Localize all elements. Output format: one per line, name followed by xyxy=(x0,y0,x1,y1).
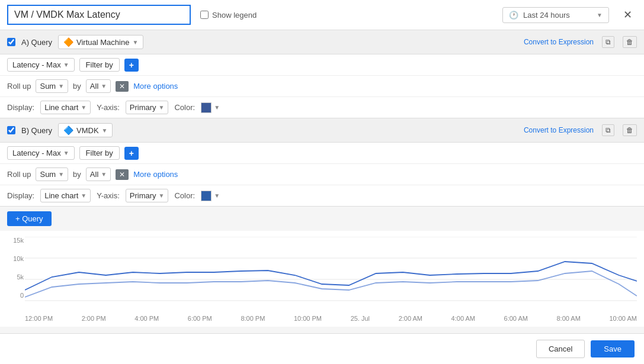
chart-container: 15k 10k 5k 0 12:00 PM xyxy=(0,231,644,327)
query-a-add-button[interactable]: + xyxy=(124,59,139,72)
query-a-label: A) Query xyxy=(21,38,52,47)
query-a-more-options[interactable]: More options xyxy=(133,82,178,91)
time-range-text: Last 24 hours xyxy=(523,11,592,20)
query-a-resource-dropdown[interactable]: 🔶 Virtual Machine ▼ xyxy=(58,35,143,49)
query-a-delete-button[interactable]: 🗑 xyxy=(623,36,637,48)
x-label-1000am: 10:00 AM xyxy=(609,315,636,322)
time-selector[interactable]: 🕐 Last 24 hours ▼ xyxy=(502,7,609,23)
query-a-sum-dropdown[interactable]: Sum ▼ xyxy=(36,79,68,93)
query-b-clear-button[interactable]: ✕ xyxy=(116,169,129,180)
x-label-600pm: 6:00 PM xyxy=(188,315,212,322)
query-b-resource-text: VMDK xyxy=(76,126,99,135)
x-label-400am: 4:00 AM xyxy=(451,315,475,322)
query-b-resource-chevron: ▼ xyxy=(102,127,108,134)
query-b-header: B) Query 🔷 VMDK ▼ Convert to Expression … xyxy=(0,118,644,143)
query-a-all-text: All xyxy=(90,82,98,91)
query-a-convert-link[interactable]: Convert to Expression xyxy=(524,38,594,46)
query-b-sum-dropdown[interactable]: Sum ▼ xyxy=(36,167,68,181)
query-a-checkbox[interactable] xyxy=(7,38,15,46)
show-legend-checkbox[interactable] xyxy=(200,11,209,19)
query-a-rollup-label: Roll up xyxy=(7,82,31,91)
query-b-checkbox[interactable] xyxy=(7,126,15,134)
query-a-all-chevron: ▼ xyxy=(101,83,107,89)
clock-icon: 🕐 xyxy=(509,11,518,20)
query-a-all-dropdown[interactable]: All ▼ xyxy=(86,79,111,93)
x-axis-labels: 12:00 PM 2:00 PM 4:00 PM 6:00 PM 8:00 PM… xyxy=(7,315,637,322)
query-a-yaxis-dropdown[interactable]: Primary ▼ xyxy=(126,101,169,114)
add-query-button[interactable]: + Query xyxy=(7,211,52,226)
query-a-copy-button[interactable]: ⧉ xyxy=(602,36,614,48)
query-a-sum-text: Sum xyxy=(40,82,56,91)
close-button[interactable]: ✕ xyxy=(619,6,637,24)
query-a-resource-chevron: ▼ xyxy=(132,39,138,46)
x-label-600am: 6:00 AM xyxy=(504,315,528,322)
query-b-metric-dropdown[interactable]: Latency - Max ▼ xyxy=(7,146,75,160)
query-b-block: B) Query 🔷 VMDK ▼ Convert to Expression … xyxy=(0,118,644,207)
query-b-yaxis-dropdown[interactable]: Primary ▼ xyxy=(126,189,169,202)
y-label-5k: 5k xyxy=(7,273,24,281)
query-b-copy-button[interactable]: ⧉ xyxy=(602,124,614,136)
query-b-chart-chevron: ▼ xyxy=(81,192,86,199)
x-label-800pm: 8:00 PM xyxy=(241,315,265,322)
chart-line-a xyxy=(25,262,637,290)
query-b-display-row: Display: Line chart ▼ Y-axis: Primary ▼ … xyxy=(0,185,644,206)
query-a-chart-type-dropdown[interactable]: Line chart ▼ xyxy=(40,101,91,114)
save-button[interactable]: Save xyxy=(591,340,635,357)
show-legend-label: Show legend xyxy=(200,11,257,20)
query-b-convert-link[interactable]: Convert to Expression xyxy=(524,126,594,134)
query-b-rollup-label: Roll up xyxy=(7,170,31,179)
main-container: Show legend 🕐 Last 24 hours ▼ ✕ A) Query… xyxy=(0,0,644,364)
y-axis-labels: 15k 10k 5k 0 xyxy=(7,237,24,299)
query-a-rollup-row: Roll up Sum ▼ by All ▼ ✕ More options xyxy=(0,76,644,97)
query-b-resource-dropdown[interactable]: 🔷 VMDK ▼ xyxy=(58,123,113,137)
vmdk-icon: 🔷 xyxy=(63,125,73,135)
query-a-metric-dropdown[interactable]: Latency - Max ▼ xyxy=(7,58,75,72)
query-a-display-label: Display: xyxy=(7,103,34,112)
query-a-display-row: Display: Line chart ▼ Y-axis: Primary ▼ … xyxy=(0,97,644,118)
query-b-yaxis-chevron: ▼ xyxy=(159,192,165,199)
query-a-metric-row: Latency - Max ▼ Filter by + xyxy=(0,54,644,76)
query-b-all-dropdown[interactable]: All ▼ xyxy=(86,167,111,181)
query-b-metric-text: Latency - Max xyxy=(12,149,61,157)
cancel-button[interactable]: Cancel xyxy=(536,340,585,358)
queries-container: A) Query 🔶 Virtual Machine ▼ Convert to … xyxy=(0,30,644,333)
query-b-more-options[interactable]: More options xyxy=(133,170,178,179)
title-input[interactable] xyxy=(7,5,191,25)
query-b-filter-button[interactable]: Filter by xyxy=(79,146,120,160)
query-b-chart-type-dropdown[interactable]: Line chart ▼ xyxy=(40,189,91,202)
footer: Cancel Save xyxy=(0,333,644,364)
query-a-yaxis-chevron: ▼ xyxy=(159,104,165,111)
y-label-15k: 15k xyxy=(7,237,24,244)
query-a-metric-chevron: ▼ xyxy=(63,62,69,68)
query-a-clear-button[interactable]: ✕ xyxy=(116,81,129,92)
add-query-row: + Query xyxy=(0,207,644,231)
query-b-sum-text: Sum xyxy=(40,170,56,179)
query-a-chart-chevron: ▼ xyxy=(81,104,86,111)
query-b-yaxis-text: Primary xyxy=(130,191,156,200)
x-label-25jul: 25. Jul xyxy=(351,315,370,322)
query-a-color-swatch[interactable]: ▼ xyxy=(201,102,220,113)
show-legend-text: Show legend xyxy=(212,11,257,20)
chart-svg xyxy=(25,237,637,302)
query-a-metric-text: Latency - Max xyxy=(12,60,61,69)
query-a-by-label: by xyxy=(73,82,81,91)
query-a-yaxis-text: Primary xyxy=(130,103,156,112)
query-b-chart-type-text: Line chart xyxy=(44,191,78,200)
query-b-color-swatch[interactable]: ▼ xyxy=(201,191,220,201)
query-b-display-label: Display: xyxy=(7,191,34,200)
x-label-200am: 2:00 AM xyxy=(399,315,422,322)
query-b-add-button[interactable]: + xyxy=(124,147,139,160)
x-label-800am: 8:00 AM xyxy=(557,315,581,322)
query-a-yaxis-label: Y-axis: xyxy=(97,103,120,112)
query-b-delete-button[interactable]: 🗑 xyxy=(623,124,637,136)
x-label-400pm: 4:00 PM xyxy=(134,315,159,322)
query-b-sum-chevron: ▼ xyxy=(58,171,64,178)
x-label-1200pm: 12:00 PM xyxy=(25,315,53,322)
query-a-chart-type-text: Line chart xyxy=(44,103,78,112)
y-label-10k: 10k xyxy=(7,255,24,262)
query-b-rollup-row: Roll up Sum ▼ by All ▼ ✕ More options xyxy=(0,164,644,185)
header-row: Show legend 🕐 Last 24 hours ▼ ✕ xyxy=(0,0,644,30)
query-a-filter-button[interactable]: Filter by xyxy=(79,58,120,72)
y-label-0: 0 xyxy=(7,292,24,299)
chart-area: 15k 10k 5k 0 xyxy=(7,237,637,314)
